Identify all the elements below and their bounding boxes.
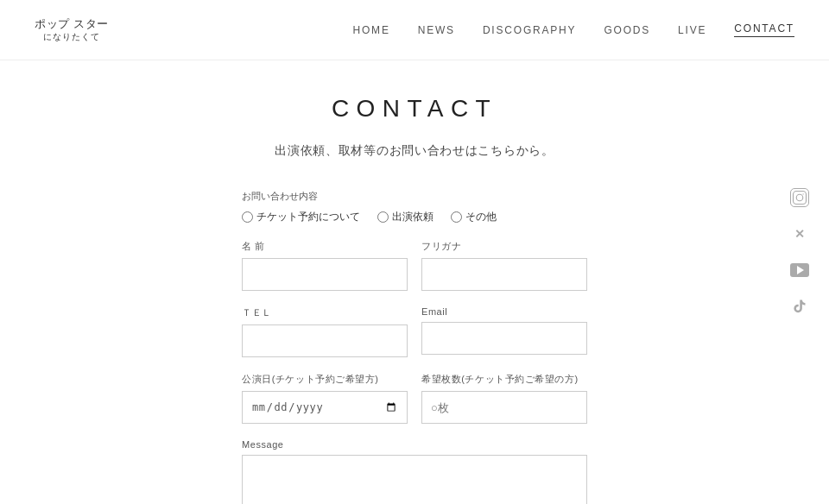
ticket-count-label: 希望枚数(チケット予約ご希望の方) <box>421 373 587 386</box>
site-logo[interactable]: ポップ スター になりたくて <box>35 17 109 43</box>
radio-performance-label: 出演依頼 <box>392 210 433 224</box>
tiktok-icon[interactable] <box>788 294 812 318</box>
page-subtitle: 出演依頼、取材等のお問い合わせはこちらから。 <box>104 143 725 159</box>
tel-label: ＴＥＬ <box>242 306 408 319</box>
svg-rect-0 <box>794 192 807 205</box>
radio-ticket-label: チケット予約について <box>256 210 360 224</box>
site-header: ポップ スター になりたくて HOME NEWS DISCOGRAPHY GOO… <box>0 0 829 60</box>
main-content: CONTACT 出演依頼、取材等のお問い合わせはこちらから。 お問い合わせ内容 … <box>86 60 743 504</box>
radio-ticket-input[interactable] <box>242 211 253 223</box>
social-sidebar: ✕ <box>788 186 812 318</box>
furigana-label: フリガナ <box>421 240 587 253</box>
radio-performance-input[interactable] <box>377 211 389 223</box>
inquiry-type-group: お問い合わせ内容 チケット予約について 出演依頼 その他 <box>242 190 587 224</box>
radio-other-label: その他 <box>465 210 497 224</box>
nav-live[interactable]: LIVE <box>678 24 706 36</box>
nav-goods[interactable]: GOODS <box>604 24 650 36</box>
ticket-count-input[interactable] <box>421 391 587 424</box>
email-input[interactable] <box>421 322 587 355</box>
radio-other[interactable]: その他 <box>451 210 497 224</box>
name-furigana-row: 名 前 フリガナ <box>242 240 587 291</box>
svg-point-2 <box>803 193 804 194</box>
concert-date-input[interactable] <box>242 391 408 424</box>
logo-tagline: になりたくて <box>43 32 100 42</box>
svg-point-1 <box>796 194 803 201</box>
nav-discography[interactable]: DISCOGRAPHY <box>483 24 576 36</box>
youtube-icon[interactable] <box>788 258 812 282</box>
message-group: Message <box>242 439 587 504</box>
concert-date-label: 公演日(チケット予約ご希望方) <box>242 373 408 386</box>
tel-col: ＴＥＬ <box>242 306 408 357</box>
furigana-input[interactable] <box>421 258 587 291</box>
furigana-col: フリガナ <box>421 240 587 291</box>
name-label: 名 前 <box>242 240 408 253</box>
tel-email-row: ＴＥＬ Email <box>242 306 587 357</box>
message-textarea[interactable] <box>242 455 587 504</box>
logo-line1a: ポップ <box>35 17 70 31</box>
nav-home[interactable]: HOME <box>353 24 390 36</box>
main-nav: HOME NEWS DISCOGRAPHY GOODS LIVE CONTACT <box>353 22 795 37</box>
name-col: 名 前 <box>242 240 408 291</box>
email-col: Email <box>421 306 587 357</box>
ticket-count-col: 希望枚数(チケット予約ご希望の方) <box>421 373 587 424</box>
email-label: Email <box>421 306 587 317</box>
radio-ticket[interactable]: チケット予約について <box>242 210 360 224</box>
page-title: CONTACT <box>104 95 725 123</box>
message-label: Message <box>242 439 587 450</box>
name-input[interactable] <box>242 258 408 291</box>
inquiry-type-label: お問い合わせ内容 <box>242 190 587 203</box>
radio-group: チケット予約について 出演依頼 その他 <box>242 210 587 224</box>
nav-news[interactable]: NEWS <box>418 24 455 36</box>
nav-contact[interactable]: CONTACT <box>734 22 794 37</box>
contact-form-container: お問い合わせ内容 チケット予約について 出演依頼 その他 <box>242 190 587 504</box>
date-ticket-row: 公演日(チケット予約ご希望方) 希望枚数(チケット予約ご希望の方) <box>242 373 587 424</box>
radio-other-input[interactable] <box>451 211 462 223</box>
date-col: 公演日(チケット予約ご希望方) <box>242 373 408 424</box>
radio-performance[interactable]: 出演依頼 <box>377 210 433 224</box>
instagram-icon[interactable] <box>788 186 812 210</box>
tel-input[interactable] <box>242 324 408 357</box>
logo-line1b: スター <box>73 17 109 31</box>
contact-form: お問い合わせ内容 チケット予約について 出演依頼 その他 <box>242 190 587 504</box>
x-icon[interactable]: ✕ <box>788 222 812 246</box>
